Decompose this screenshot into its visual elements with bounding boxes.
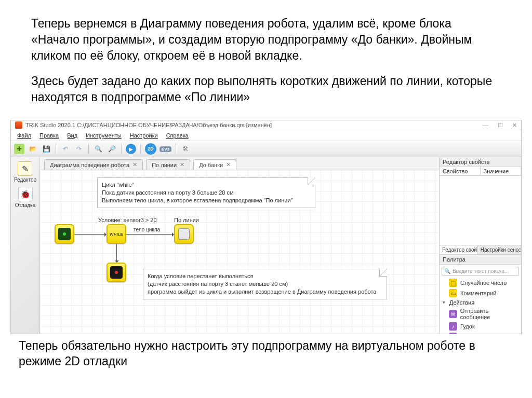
intro-p1: Теперь вернемся в Диаграмму поведения ро… (31, 16, 501, 64)
toolbar-sep (88, 144, 89, 154)
debug-mode-button[interactable]: 🐞 Отладка (15, 187, 36, 208)
palette-item-label: Отправить сообщение (460, 308, 519, 320)
palette-item-play[interactable]: 🔊 Играть звук (440, 332, 521, 334)
minimize-button[interactable]: — (483, 122, 488, 129)
palette-item-random[interactable]: ⬚ Случайное число (440, 278, 521, 288)
diagram-canvas[interactable]: Цикл "while" Пока датчик расстояния на п… (40, 170, 439, 334)
editor-tabs: Диаграмма поведения робота ✕ По линии ✕ … (40, 157, 439, 170)
debug-label: Отладка (15, 202, 36, 208)
properties-panel-title: Редактор свойств (440, 157, 521, 167)
palette-item-comment[interactable]: ▭ Комментарий (440, 288, 521, 298)
subprogram-block[interactable] (174, 224, 194, 244)
canvas-area: Диаграмма поведения робота ✕ По линии ✕ … (40, 157, 439, 334)
palette-item-beep[interactable]: ♪ Гудок (440, 321, 521, 332)
save-icon[interactable]: 💾 (41, 144, 51, 154)
outro-text: Теперь обязательно нужно настроить эту п… (0, 334, 532, 369)
beep-icon: ♪ (449, 322, 457, 331)
intro-p2: Здесь будет задано до каких пор выполнят… (31, 73, 501, 105)
palette-group-actions[interactable]: Действия (440, 298, 521, 307)
comment-icon: ▭ (449, 289, 457, 297)
close-button[interactable]: ✕ (512, 122, 517, 129)
editor-label: Редактор (14, 177, 36, 183)
tab-po-linii[interactable]: По линии ✕ (146, 159, 190, 170)
work-area: ✎ Редактор 🐞 Отладка Диаграмма поведения… (11, 157, 521, 334)
palette-search[interactable]: 🔍 Введите текст поиска... (442, 267, 519, 276)
bug-icon: 🐞 (18, 187, 33, 201)
search-placeholder: Введите текст поиска... (453, 268, 509, 274)
tab-do-banki[interactable]: До банки ✕ (193, 159, 236, 170)
traffic-light-icon (110, 266, 123, 279)
tab-sensor-settings[interactable]: Настройки сенсор... (478, 245, 521, 254)
editor-mode-button[interactable]: ✎ Редактор (14, 161, 36, 183)
subprogram-label: По линии (174, 217, 199, 223)
comment-note-2[interactable]: Когда условие перестанет выполняться (да… (143, 269, 387, 299)
palette-item-label: Комментарий (460, 290, 496, 296)
menu-file[interactable]: Файл (14, 131, 34, 140)
while-label: WHILE (110, 228, 123, 240)
open-icon[interactable]: 📂 (28, 144, 38, 154)
toolbar: ✚ 📂 💾 ↶ ↷ 🔍 🔎 ▶ 2D EV3 🛠 (11, 141, 521, 157)
note1-line2: Пока датчик расстояния на порту 3 больше… (102, 189, 310, 197)
window-icon (178, 228, 190, 240)
redo-icon[interactable]: ↷ (74, 144, 84, 154)
note2-line1: Когда условие перестанет выполняться (148, 272, 381, 280)
mode-ev3-button[interactable]: EV3 (159, 146, 171, 152)
app-window: TRIK Studio 2020.1 C:/ДИСТАНЦИОННОЕ ОБУЧ… (10, 120, 522, 334)
zoom-in-icon[interactable]: 🔍 (93, 144, 103, 154)
run-button[interactable]: ▶ (126, 144, 136, 154)
undo-icon[interactable]: ↶ (60, 144, 71, 154)
menu-settings[interactable]: Настройки (127, 131, 161, 140)
start-block[interactable] (55, 224, 74, 244)
editor-icon: ✎ (18, 161, 32, 176)
palette-item-label: Гудок (460, 323, 475, 330)
close-icon[interactable]: ✕ (226, 161, 231, 168)
app-icon (15, 121, 22, 129)
close-icon[interactable]: ✕ (132, 161, 137, 168)
titlebar: TRIK Studio 2020.1 C:/ДИСТАНЦИОННОЕ ОБУЧ… (11, 120, 521, 130)
zoom-out-icon[interactable]: 🔎 (107, 144, 117, 154)
col-value: Значение (481, 167, 522, 175)
toolbar-sep (56, 144, 56, 154)
send-icon: ✉ (449, 310, 457, 318)
menu-help[interactable]: Справка (163, 131, 192, 140)
tab-label: Диаграмма поведения робота (50, 162, 129, 168)
palette-item-send[interactable]: ✉ Отправить сообщение (440, 307, 521, 321)
toolbar-sep (140, 144, 141, 154)
menu-tools[interactable]: Инструменты (83, 131, 125, 140)
note2-line3: программа выйдет из цикла и выполнит воз… (148, 288, 381, 296)
menu-edit[interactable]: Правка (36, 131, 62, 140)
window-title: TRIK Studio 2020.1 C:/ДИСТАНЦИОННОЕ ОБУЧ… (25, 122, 272, 128)
tab-properties-editor[interactable]: Редактор свойс... (440, 245, 478, 254)
new-icon[interactable]: ✚ (14, 144, 24, 154)
settings-icon[interactable]: 🛠 (180, 144, 191, 154)
search-icon: 🔍 (444, 268, 450, 274)
arrow-while-sub (126, 234, 173, 235)
note2-line2: (датчик расстояния на порту 3 станет мен… (148, 280, 381, 288)
window-controls: — ☐ ✕ (483, 122, 517, 129)
tab-behavior-diagram[interactable]: Диаграмма поведения робота ✕ (44, 159, 143, 170)
maximize-button[interactable]: ☐ (498, 122, 503, 129)
intro-text: Теперь вернемся в Диаграмму поведения ро… (0, 0, 532, 120)
mode-2d-button[interactable]: 2D (145, 143, 156, 155)
arrow-while-end (116, 244, 117, 262)
end-block[interactable] (107, 263, 126, 282)
comment-note-1[interactable]: Цикл "while" Пока датчик расстояния на п… (97, 177, 315, 208)
properties-tabs: Редактор свойс... Настройки сенсор... (440, 245, 521, 255)
toolbar-sep (121, 144, 122, 154)
properties-body (440, 176, 521, 245)
while-block[interactable]: WHILE (107, 224, 126, 244)
left-toolbar: ✎ Редактор 🐞 Отладка (11, 157, 40, 334)
condition-label: Условие: sensor3 > 20 (98, 217, 157, 223)
toolbar-sep (176, 144, 176, 154)
note1-line1: Цикл "while" (102, 181, 310, 189)
random-icon: ⬚ (449, 279, 457, 287)
tab-label: До банки (199, 162, 223, 168)
col-property: Свойство (440, 167, 481, 175)
menu-view[interactable]: Вид (64, 131, 81, 140)
tab-label: По линии (152, 162, 177, 168)
close-icon[interactable]: ✕ (180, 161, 184, 168)
menubar: Файл Правка Вид Инструменты Настройки Сп… (11, 130, 521, 141)
palette-item-label: Случайное число (460, 280, 507, 286)
traffic-light-icon (58, 228, 71, 240)
arrow-body-label: тело цикла (132, 227, 161, 232)
